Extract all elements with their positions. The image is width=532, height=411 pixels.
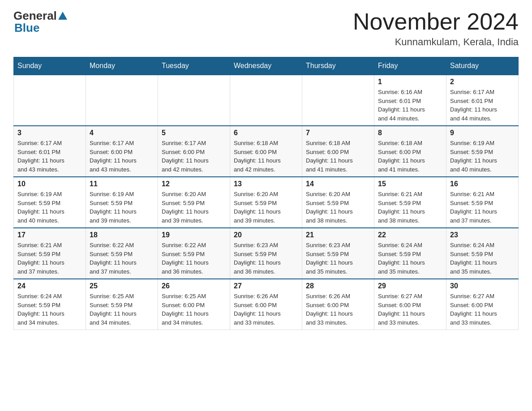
calendar-cell: 12Sunrise: 6:20 AMSunset: 5:59 PMDayligh… [158, 177, 230, 228]
day-info: Sunrise: 6:17 AMSunset: 6:00 PMDaylight:… [162, 139, 226, 174]
day-number: 11 [90, 180, 154, 188]
calendar-cell: 26Sunrise: 6:25 AMSunset: 6:00 PMDayligh… [158, 279, 230, 330]
day-number: 9 [450, 129, 515, 137]
calendar-cell: 21Sunrise: 6:23 AMSunset: 5:59 PMDayligh… [302, 228, 374, 279]
day-info: Sunrise: 6:22 AMSunset: 5:59 PMDaylight:… [162, 241, 226, 276]
day-number: 3 [17, 129, 82, 137]
calendar-cell: 22Sunrise: 6:24 AMSunset: 5:59 PMDayligh… [374, 228, 446, 279]
day-number: 8 [378, 129, 442, 137]
day-number: 17 [17, 231, 82, 239]
calendar-cell [86, 75, 158, 126]
day-number: 19 [162, 231, 226, 239]
day-info: Sunrise: 6:20 AMSunset: 5:59 PMDaylight:… [162, 190, 226, 225]
calendar-cell: 18Sunrise: 6:22 AMSunset: 5:59 PMDayligh… [86, 228, 158, 279]
calendar-week-row: 24Sunrise: 6:24 AMSunset: 5:59 PMDayligh… [14, 279, 519, 330]
logo-triangle-icon [58, 12, 67, 20]
day-info: Sunrise: 6:18 AMSunset: 6:00 PMDaylight:… [306, 139, 370, 174]
calendar-cell: 3Sunrise: 6:17 AMSunset: 6:01 PMDaylight… [14, 126, 86, 177]
calendar-week-row: 10Sunrise: 6:19 AMSunset: 5:59 PMDayligh… [14, 177, 519, 228]
day-number: 21 [306, 231, 370, 239]
day-number: 20 [234, 231, 298, 239]
calendar-cell: 23Sunrise: 6:24 AMSunset: 5:59 PMDayligh… [446, 228, 519, 279]
calendar-cell: 5Sunrise: 6:17 AMSunset: 6:00 PMDaylight… [158, 126, 230, 177]
day-number: 12 [162, 180, 226, 188]
calendar-cell: 24Sunrise: 6:24 AMSunset: 5:59 PMDayligh… [14, 279, 86, 330]
calendar-cell [14, 75, 86, 126]
day-number: 28 [306, 282, 370, 290]
calendar-cell: 16Sunrise: 6:21 AMSunset: 5:59 PMDayligh… [446, 177, 519, 228]
weekday-header-wednesday: Wednesday [230, 57, 302, 75]
day-number: 18 [90, 231, 154, 239]
calendar-cell: 4Sunrise: 6:17 AMSunset: 6:00 PMDaylight… [86, 126, 158, 177]
calendar-cell: 7Sunrise: 6:18 AMSunset: 6:00 PMDaylight… [302, 126, 374, 177]
calendar-week-row: 3Sunrise: 6:17 AMSunset: 6:01 PMDaylight… [14, 126, 519, 177]
day-info: Sunrise: 6:21 AMSunset: 5:59 PMDaylight:… [450, 190, 515, 225]
logo-blue-text: Blue [13, 21, 39, 35]
day-info: Sunrise: 6:21 AMSunset: 5:59 PMDaylight:… [17, 241, 82, 276]
calendar-cell: 1Sunrise: 6:16 AMSunset: 6:01 PMDaylight… [374, 75, 446, 126]
day-number: 22 [378, 231, 442, 239]
calendar-cell [230, 75, 302, 126]
calendar-cell: 8Sunrise: 6:18 AMSunset: 6:00 PMDaylight… [374, 126, 446, 177]
calendar-title: November 2024 [353, 9, 519, 34]
weekday-header-row: SundayMondayTuesdayWednesdayThursdayFrid… [14, 57, 519, 75]
day-number: 29 [378, 282, 442, 290]
weekday-header-thursday: Thursday [302, 57, 374, 75]
day-number: 15 [378, 180, 442, 188]
calendar-cell: 28Sunrise: 6:26 AMSunset: 6:00 PMDayligh… [302, 279, 374, 330]
day-info: Sunrise: 6:17 AMSunset: 6:01 PMDaylight:… [17, 139, 82, 174]
calendar-cell: 25Sunrise: 6:25 AMSunset: 5:59 PMDayligh… [86, 279, 158, 330]
calendar-cell: 11Sunrise: 6:19 AMSunset: 5:59 PMDayligh… [86, 177, 158, 228]
day-info: Sunrise: 6:20 AMSunset: 5:59 PMDaylight:… [306, 190, 370, 225]
day-number: 14 [306, 180, 370, 188]
day-info: Sunrise: 6:27 AMSunset: 6:00 PMDaylight:… [450, 292, 515, 327]
calendar-table: SundayMondayTuesdayWednesdayThursdayFrid… [13, 57, 519, 330]
calendar-cell: 13Sunrise: 6:20 AMSunset: 5:59 PMDayligh… [230, 177, 302, 228]
day-info: Sunrise: 6:26 AMSunset: 6:00 PMDaylight:… [234, 292, 298, 327]
day-number: 25 [90, 282, 154, 290]
day-info: Sunrise: 6:23 AMSunset: 5:59 PMDaylight:… [234, 241, 298, 276]
header: General Blue November 2024 Kunnamkulam, … [13, 9, 519, 48]
day-info: Sunrise: 6:24 AMSunset: 5:59 PMDaylight:… [17, 292, 82, 327]
calendar-week-row: 17Sunrise: 6:21 AMSunset: 5:59 PMDayligh… [14, 228, 519, 279]
day-number: 13 [234, 180, 298, 188]
weekday-header-friday: Friday [374, 57, 446, 75]
day-info: Sunrise: 6:19 AMSunset: 5:59 PMDaylight:… [17, 190, 82, 225]
day-number: 23 [450, 231, 515, 239]
weekday-header-tuesday: Tuesday [158, 57, 230, 75]
day-info: Sunrise: 6:23 AMSunset: 5:59 PMDaylight:… [306, 241, 370, 276]
calendar-cell: 10Sunrise: 6:19 AMSunset: 5:59 PMDayligh… [14, 177, 86, 228]
calendar-cell: 6Sunrise: 6:18 AMSunset: 6:00 PMDaylight… [230, 126, 302, 177]
day-info: Sunrise: 6:18 AMSunset: 6:00 PMDaylight:… [234, 139, 298, 174]
day-info: Sunrise: 6:17 AMSunset: 6:00 PMDaylight:… [90, 139, 154, 174]
day-info: Sunrise: 6:20 AMSunset: 5:59 PMDaylight:… [234, 190, 298, 225]
day-number: 10 [17, 180, 82, 188]
day-info: Sunrise: 6:26 AMSunset: 6:00 PMDaylight:… [306, 292, 370, 327]
day-info: Sunrise: 6:19 AMSunset: 5:59 PMDaylight:… [450, 139, 515, 174]
calendar-subtitle: Kunnamkulam, Kerala, India [353, 36, 519, 48]
calendar-cell: 15Sunrise: 6:21 AMSunset: 5:59 PMDayligh… [374, 177, 446, 228]
day-number: 6 [234, 129, 298, 137]
day-info: Sunrise: 6:24 AMSunset: 5:59 PMDaylight:… [378, 241, 442, 276]
logo: General Blue [13, 9, 67, 35]
calendar-cell: 9Sunrise: 6:19 AMSunset: 5:59 PMDaylight… [446, 126, 519, 177]
day-number: 24 [17, 282, 82, 290]
day-info: Sunrise: 6:27 AMSunset: 6:00 PMDaylight:… [378, 292, 442, 327]
day-info: Sunrise: 6:17 AMSunset: 6:01 PMDaylight:… [450, 88, 515, 123]
calendar-cell: 20Sunrise: 6:23 AMSunset: 5:59 PMDayligh… [230, 228, 302, 279]
day-number: 16 [450, 180, 515, 188]
day-number: 27 [234, 282, 298, 290]
weekday-header-monday: Monday [86, 57, 158, 75]
calendar-cell: 30Sunrise: 6:27 AMSunset: 6:00 PMDayligh… [446, 279, 519, 330]
day-info: Sunrise: 6:21 AMSunset: 5:59 PMDaylight:… [378, 190, 442, 225]
weekday-header-sunday: Sunday [14, 57, 86, 75]
day-number: 30 [450, 282, 515, 290]
day-number: 7 [306, 129, 370, 137]
day-info: Sunrise: 6:19 AMSunset: 5:59 PMDaylight:… [90, 190, 154, 225]
day-info: Sunrise: 6:16 AMSunset: 6:01 PMDaylight:… [378, 88, 442, 123]
calendar-cell [158, 75, 230, 126]
calendar-cell: 29Sunrise: 6:27 AMSunset: 6:00 PMDayligh… [374, 279, 446, 330]
day-number: 5 [162, 129, 226, 137]
calendar-cell: 2Sunrise: 6:17 AMSunset: 6:01 PMDaylight… [446, 75, 519, 126]
day-number: 4 [90, 129, 154, 137]
